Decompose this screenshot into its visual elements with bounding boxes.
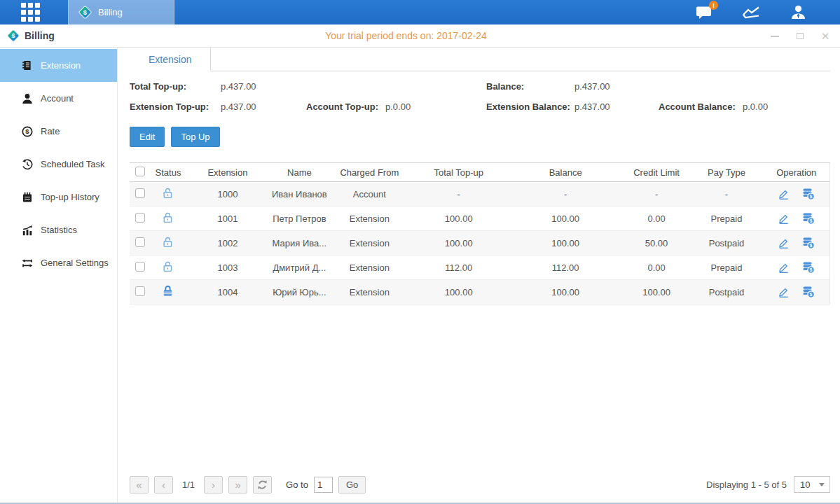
topbar-tab-billing[interactable]: $ Billing [68,0,174,24]
topup-row-icon[interactable]: $ [802,212,815,225]
cell-name: Иван Иванов [270,182,329,206]
row-checkbox[interactable] [135,237,145,247]
topup-row-icon[interactable]: $ [802,261,815,274]
account-balance-label: Account Balance: [659,102,743,112]
topup-row-icon[interactable]: $ [802,286,815,298]
status-lock-icon[interactable] [162,211,174,223]
notification-badge: ! [709,1,718,10]
sidebar-item-extension[interactable]: Extension [0,49,117,82]
row-checkbox[interactable] [135,188,145,198]
cell-total-topup: 112.00 [410,255,508,280]
status-lock-icon[interactable] [162,187,174,199]
cell-extension: 1001 [186,206,270,231]
page-size-select[interactable]: 10 [794,476,830,493]
edit-row-icon[interactable] [778,286,790,298]
maximize-button[interactable] [795,31,805,41]
svg-text:$: $ [810,243,813,248]
sidebar: Extension Account $ Rate Scheduled Task [0,48,118,503]
last-page-button[interactable]: » [228,476,247,493]
page-indicator: 1/1 [182,479,195,490]
sidebar-item-topup-history[interactable]: Top-up History [0,181,117,214]
cell-charged-from: Extension [329,280,410,304]
sidebar-item-label: General Settings [41,258,109,268]
sidebar-item-scheduled-task[interactable]: Scheduled Task [0,148,117,181]
cell-charged-from: Extension [329,206,410,231]
select-all-checkbox[interactable] [135,167,145,176]
summary-panel: Total Top-up: p.437.00 Balance: p.437.00… [130,71,830,112]
first-page-button[interactable]: « [130,476,149,493]
go-button[interactable]: Go [338,476,366,493]
cell-charged-from: Account [329,182,410,206]
topup-button[interactable]: Top Up [171,127,219,147]
edit-button[interactable]: Edit [130,127,165,147]
minimize-button[interactable] [770,31,780,41]
person-icon [21,93,33,104]
sidebar-item-rate[interactable]: $ Rate [0,115,117,148]
edit-row-icon[interactable] [778,237,790,249]
col-status: Status [151,163,186,182]
trial-notice: Your trial period ends on: 2017-02-24 [0,30,812,41]
arrows-icon [21,258,33,269]
cell-balance: 100.00 [508,206,624,231]
col-credit-limit: Credit Limit [624,163,690,182]
next-page-button[interactable]: › [204,476,223,493]
extension-topup-label: Extension Top-up: [130,102,221,112]
edit-row-icon[interactable] [778,188,790,200]
row-checkbox[interactable] [135,262,145,272]
sidebar-item-statistics[interactable]: Statistics [0,214,117,246]
sidebar-item-general-settings[interactable]: General Settings [0,246,117,279]
table-row: 1000 Иван Иванов Account - - - - [130,182,830,206]
balance-value: p.437.00 [574,81,659,92]
sidebar-item-label: Statistics [41,225,77,235]
billing-diamond-icon: $ [7,29,20,42]
svg-text:$: $ [810,194,813,200]
col-pay-type: Pay Type [690,163,764,182]
extension-table: Status Extension Name Charged From Total… [130,162,830,468]
messages-icon[interactable]: ! [696,5,712,20]
sidebar-item-label: Account [41,93,74,104]
page-title: Billing [25,30,55,41]
cell-extension: 1000 [186,182,270,206]
prev-page-button[interactable]: ‹ [154,476,173,493]
svg-text:$: $ [25,127,29,135]
cell-balance: - [508,182,624,206]
chevron-down-icon [819,483,825,486]
status-lock-icon[interactable] [162,236,174,248]
cell-credit-limit: - [624,182,690,206]
statistics-chart-icon[interactable] [742,6,761,20]
stats-icon [21,225,33,236]
apps-grid-icon[interactable] [21,3,40,22]
notepad-icon [21,192,33,203]
dollar-circle-icon: $ [21,126,33,137]
row-checkbox[interactable] [135,213,145,223]
sidebar-item-label: Rate [41,126,60,136]
cell-total-topup: 100.00 [410,280,508,304]
cell-extension: 1003 [186,255,270,280]
sidebar-item-label: Extension [41,60,81,71]
cell-pay-type: Postpaid [690,231,764,255]
row-checkbox[interactable] [135,286,145,296]
cell-total-topup: 100.00 [410,231,508,255]
edit-row-icon[interactable] [778,262,790,274]
svg-text:$: $ [11,32,15,39]
table-row: 1001 Петр Петров Extension 100.00 100.00… [130,206,830,231]
cell-extension: 1004 [186,280,270,304]
edit-row-icon[interactable] [778,213,790,225]
tab-extension[interactable]: Extension [130,48,211,71]
table-row: 1003 Дмитрий Д... Extension 112.00 112.0… [130,255,830,280]
topup-row-icon[interactable]: $ [802,237,815,249]
status-lock-icon[interactable] [162,260,174,272]
svg-text:$: $ [810,292,813,298]
goto-page-input[interactable] [314,477,333,493]
sidebar-item-account[interactable]: Account [0,82,117,115]
topup-row-icon[interactable]: $ [802,188,815,200]
cell-charged-from: Extension [329,231,410,255]
top-bar: $ Billing ! [0,0,840,24]
close-button[interactable]: ✕ [820,31,830,41]
cell-balance: 100.00 [508,231,624,255]
status-lock-icon[interactable] [162,285,174,297]
user-account-icon[interactable] [790,5,806,20]
pagination-bar: « ‹ 1/1 › » [130,468,830,501]
refresh-button[interactable] [253,476,272,493]
cell-credit-limit: 50.00 [624,231,690,255]
